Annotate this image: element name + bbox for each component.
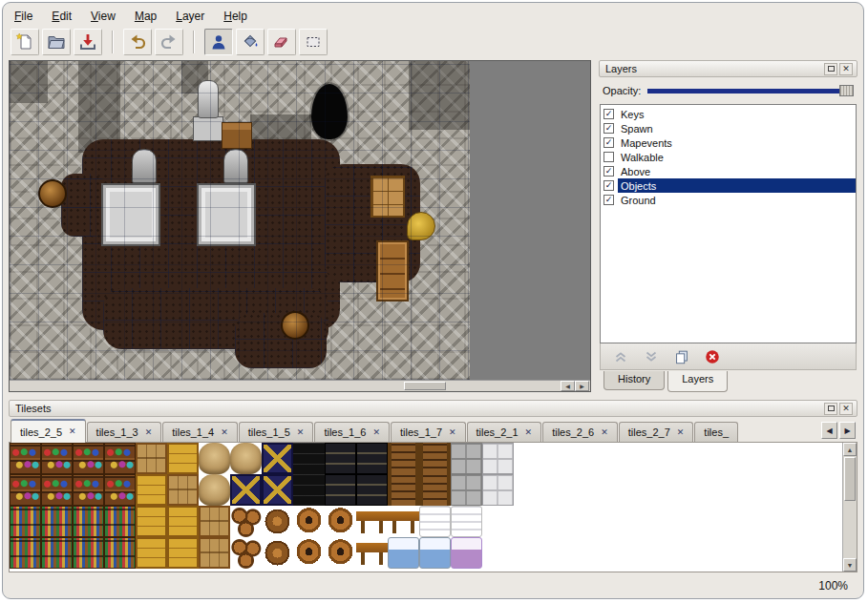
tab-scroll-left-button[interactable]: ◀ [821,422,837,439]
save-button[interactable] [74,29,102,55]
tile-rack[interactable] [419,474,451,506]
tile-crate-navy[interactable] [262,474,293,506]
tile-crate-wood[interactable] [199,537,230,569]
tile-crate-gold[interactable] [136,537,167,569]
tile-stone[interactable] [451,443,482,474]
tileset-tab-tiles_1_7[interactable]: tiles_1_7✕ [391,422,466,442]
tile-bench[interactable] [356,537,388,569]
layer-row-objects[interactable]: ✓Objects [601,178,856,193]
float-panel-button[interactable] [824,63,837,75]
tile-shelf2[interactable] [73,537,104,569]
layer-row-walkable[interactable]: Walkable [601,150,856,164]
tab-close-icon[interactable]: ✕ [525,428,533,437]
tile-dark[interactable] [293,443,325,474]
tile-empty[interactable] [482,506,514,537]
tile-shelf-dark[interactable] [325,443,356,474]
tileset-tab-tiles_1_3[interactable]: tiles_1_3✕ [87,422,162,442]
raise-layer-button[interactable] [610,346,631,367]
tile-shelf-dark[interactable] [356,474,388,506]
tile-shelf[interactable] [41,443,73,474]
tile-shelf2[interactable] [41,506,73,537]
tile-bench[interactable] [356,506,388,537]
fill-tool-button[interactable] [236,29,265,55]
tileset-vertical-scrollbar[interactable]: ▲ ▼ [842,443,857,572]
tile-crate-gold[interactable] [167,506,199,537]
layer-row-spawn[interactable]: ✓Spawn [601,121,856,135]
lower-layer-button[interactable] [641,346,662,367]
tile-shelf2[interactable] [104,506,136,537]
tileset-tab-tiles_2_1[interactable]: tiles_2_1✕ [467,422,542,442]
tile-empty[interactable] [482,537,514,569]
tile-crate-gold[interactable] [136,506,167,537]
layer-visibility-checkbox[interactable]: ✓ [603,109,614,119]
tile-bed-purple[interactable] [451,537,482,569]
redo-button[interactable] [155,29,183,55]
tile-shelf2[interactable] [41,537,73,569]
tile-pot[interactable] [325,537,356,569]
duplicate-layer-button[interactable] [671,346,692,367]
tile-stone-white[interactable] [482,443,514,474]
opacity-slider[interactable] [647,84,854,97]
tile-shelf2[interactable] [104,537,136,569]
menu-map[interactable]: Map [135,10,157,23]
layer-visibility-checkbox[interactable]: ✓ [603,195,614,205]
layer-visibility-checkbox[interactable]: ✓ [603,166,614,177]
menu-view[interactable]: View [91,10,116,23]
panel-tab-history[interactable]: History [603,371,665,390]
tile-rack[interactable] [388,443,419,474]
tileset-tab-tiles[interactable]: tiles_ [694,422,738,442]
layer-row-mapevents[interactable]: ✓Mapevents [601,135,856,150]
layer-row-above[interactable]: ✓Above [601,164,856,178]
close-panel-button[interactable]: ✕ [839,63,853,75]
tile-shelf2[interactable] [10,506,41,537]
tile-stone[interactable] [451,474,482,506]
panel-tab-layers[interactable]: Layers [667,371,728,392]
opacity-slider-handle[interactable] [839,85,854,96]
new-button[interactable] [11,29,39,55]
tile-shelf[interactable] [10,443,41,474]
menu-file[interactable]: File [14,10,32,23]
layer-visibility-checkbox[interactable]: ✓ [603,123,614,134]
tile-shelf-dark[interactable] [356,443,388,474]
delete-layer-button[interactable] [702,346,723,367]
tile-rack[interactable] [388,474,419,506]
layer-visibility-checkbox[interactable] [603,152,614,162]
eraser-tool-button[interactable] [267,29,296,55]
tile-shelf2[interactable] [10,537,41,569]
tab-close-icon[interactable]: ✕ [601,428,608,437]
tab-close-icon[interactable]: ✕ [145,428,153,437]
tile-barrel[interactable] [262,537,293,569]
scrollbar-thumb[interactable] [844,457,856,501]
scroll-left-button[interactable]: ◀ [561,381,575,391]
map-canvas[interactable] [10,61,590,380]
tileset-tab-tiles_2_7[interactable]: tiles_2_7✕ [619,422,694,442]
tile-crate-wood[interactable] [136,443,167,474]
float-panel-button[interactable] [824,403,837,415]
tileset-view[interactable]: ▲ ▼ [9,443,857,572]
layer-list[interactable]: ✓Keys✓Spawn✓MapeventsWalkable✓Above✓Obje… [600,104,857,343]
tile-crate-wood[interactable] [167,474,199,506]
tile-barrels[interactable] [230,537,262,569]
tile-bed-white[interactable] [419,506,451,537]
tile-bed-blue[interactable] [388,537,419,569]
scroll-up-button[interactable]: ▲ [843,443,857,456]
tile-bed-white[interactable] [451,506,482,537]
menu-edit[interactable]: Edit [52,10,72,23]
select-tool-button[interactable] [299,29,328,55]
tab-close-icon[interactable]: ✕ [677,428,685,437]
tile-crate-navy[interactable] [262,443,293,474]
tab-close-icon[interactable]: ✕ [449,428,456,437]
tab-close-icon[interactable]: ✕ [372,428,380,437]
undo-button[interactable] [123,29,152,55]
tile-pot[interactable] [325,506,356,537]
tile-sack[interactable] [199,443,230,474]
stamp-tool-button[interactable] [204,29,233,55]
tile-pot[interactable] [293,537,325,569]
close-panel-button[interactable]: ✕ [839,403,853,415]
tile-crate-gold[interactable] [136,474,167,506]
tile-sack[interactable] [199,474,230,506]
tile-pot[interactable] [293,506,325,537]
layer-visibility-checkbox[interactable]: ✓ [603,137,614,148]
layer-row-ground[interactable]: ✓Ground [601,193,856,207]
tile-stone-white[interactable] [482,474,514,506]
